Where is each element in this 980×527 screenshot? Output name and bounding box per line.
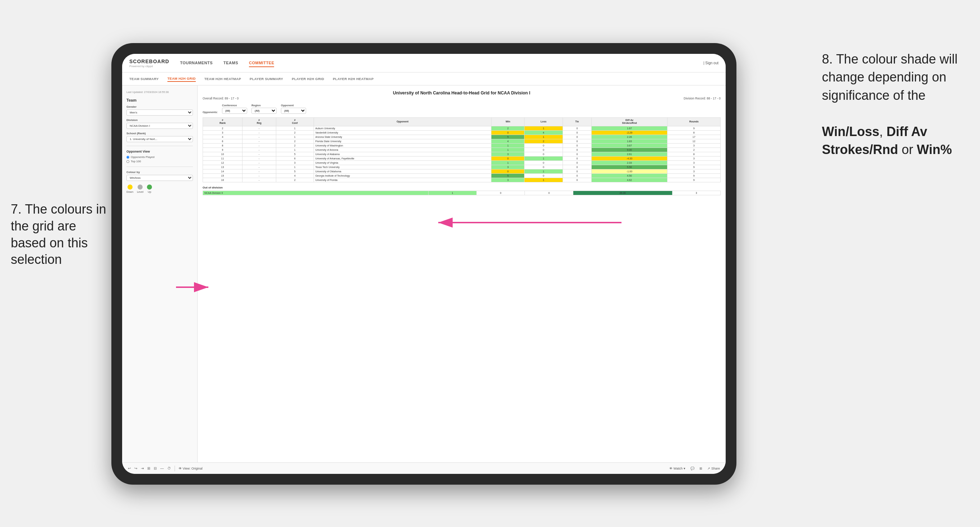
division-select[interactable]: NCAA Division I xyxy=(126,123,193,129)
rank: 11 xyxy=(203,156,242,160)
tablet-screen: SCOREBOARD Powered by clippd TOURNAMENTS… xyxy=(122,54,725,474)
rounds: 8 xyxy=(667,130,721,135)
opponent-view-group: Opponents Played Top 100 xyxy=(126,156,193,163)
conf: 1 xyxy=(276,165,313,169)
nav-teams[interactable]: TEAMS xyxy=(223,59,238,67)
nav-tournaments[interactable]: TOURNAMENTS xyxy=(180,59,213,67)
down-dot xyxy=(127,184,132,190)
out-of-division-table: NCAA Division II 1 0 0 26.00 3 xyxy=(203,190,721,195)
opponent-name: Vanderbilt University xyxy=(313,130,492,135)
forward-icon[interactable]: ⇥ xyxy=(141,466,144,470)
toolbar-view-label[interactable]: 👁 View: Original xyxy=(178,467,203,470)
sidebar-divider-1 xyxy=(126,146,193,146)
tab-team-h2h-heatmap[interactable]: TEAM H2H HEATMAP xyxy=(204,76,241,81)
nav-committee[interactable]: COMMITTEE xyxy=(249,59,274,67)
table-row: 11 - 6 University of Arkansas, Fayettevi… xyxy=(203,156,721,160)
table-row: 9 - 1 University of Arizona 1 0 0 9.00 2 xyxy=(203,148,721,152)
reg: - xyxy=(242,139,276,143)
level-label: Level xyxy=(137,190,143,194)
sidebar-school-label: School (Rank) xyxy=(126,132,193,135)
radio-opponents-played[interactable]: Opponents Played xyxy=(126,156,193,159)
paste-icon[interactable]: ⊟ xyxy=(154,466,157,470)
diff: -4.33 xyxy=(591,156,667,160)
rank: 10 xyxy=(203,152,242,156)
win: 4 xyxy=(492,139,525,143)
region-filter: Region (All) xyxy=(251,104,277,114)
comment-button[interactable]: 💬 xyxy=(690,467,694,470)
colour-by-label: Colour by xyxy=(126,170,193,174)
rounds: 3 xyxy=(667,160,721,165)
school-select[interactable]: 1. University of Nort... xyxy=(126,136,193,142)
annotation-bold-winpct: Win% xyxy=(917,142,952,157)
th-rounds: Rounds xyxy=(667,118,721,126)
table-row: 10 - 5 University of Alabama 3 0 0 2.61 … xyxy=(203,152,721,156)
diff: 3.67 xyxy=(591,143,667,148)
grid-button[interactable]: ⊞ xyxy=(700,467,702,470)
tie: 0 xyxy=(563,169,591,173)
radio-top100[interactable]: Top 100 xyxy=(126,160,193,163)
conf: 6 xyxy=(276,156,313,160)
tie: 0 xyxy=(563,126,591,130)
reg: - xyxy=(242,178,276,182)
win: 0 xyxy=(492,169,525,173)
sidebar-team-title: Team xyxy=(126,98,193,102)
colour-by-select[interactable]: Win/loss xyxy=(126,175,193,181)
sidebar-gender-label: Gender xyxy=(126,105,193,108)
tab-player-h2h-heatmap[interactable]: PLAYER H2H HEATMAP xyxy=(332,76,374,81)
region-select[interactable]: (All) xyxy=(251,108,277,114)
tablet-frame: SCOREBOARD Powered by clippd TOURNAMENTS… xyxy=(111,43,737,485)
reg: - xyxy=(242,143,276,148)
down-label: Down xyxy=(126,190,133,194)
toolbar-right: 👁 Watch ▾ 💬 ⊞ ↗ Share xyxy=(669,467,720,470)
loss: 0 xyxy=(525,173,563,178)
tie: 0 xyxy=(563,148,591,152)
tie: 0 xyxy=(563,139,591,143)
out-of-division-header: Out of division xyxy=(203,186,721,189)
rank-2: 2 xyxy=(203,126,242,130)
out-div-win: 1 xyxy=(428,190,476,195)
tab-team-h2h-grid[interactable]: TEAM H2H GRID xyxy=(167,76,196,82)
gender-select[interactable]: Men's xyxy=(126,110,193,116)
redo-icon[interactable]: ↪ xyxy=(134,466,137,470)
sign-out-link[interactable]: | Sign out xyxy=(703,61,719,65)
undo-icon[interactable]: ↩ xyxy=(128,466,131,470)
tab-player-summary[interactable]: PLAYER SUMMARY xyxy=(250,76,283,81)
top-nav: SCOREBOARD Powered by clippd TOURNAMENTS… xyxy=(122,54,725,73)
copy-icon[interactable]: ⊞ xyxy=(147,466,150,470)
diff: 2.28 xyxy=(591,135,667,139)
th-reg: #Reg xyxy=(242,118,276,126)
opponent-select[interactable]: (All) xyxy=(281,108,306,114)
tab-player-h2h-grid[interactable]: PLAYER H2H GRID xyxy=(292,76,324,81)
rounds: 9 xyxy=(667,173,721,178)
share-button[interactable]: ↗ Share xyxy=(707,467,720,470)
tab-team-summary[interactable]: TEAM SUMMARY xyxy=(129,76,159,81)
win: 3 xyxy=(492,152,525,156)
watch-button[interactable]: 👁 Watch ▾ xyxy=(669,467,686,470)
rank: 3 xyxy=(203,130,242,135)
rank: 6 xyxy=(203,139,242,143)
conference-select[interactable]: (All) xyxy=(222,108,247,114)
rounds: 9 xyxy=(667,165,721,169)
opponent-name: University of Oklahoma xyxy=(313,169,492,173)
out-div-tie: 0 xyxy=(525,190,573,195)
th-loss: Loss xyxy=(525,118,563,126)
diff: 5.56 xyxy=(591,165,667,169)
opponent-filter: Opponent (All) xyxy=(281,104,306,114)
opponent-name: University of Alabama xyxy=(313,152,492,156)
opponent-name: University of Florida xyxy=(313,178,492,182)
up-label: Up xyxy=(148,190,151,194)
table-row: 2 - 1 Auburn University 2 1 0 1.67 9 xyxy=(203,126,721,130)
logo-text: SCOREBOARD xyxy=(129,59,169,64)
win: 2 xyxy=(492,126,525,130)
conference-filter: Conference (All) xyxy=(222,104,247,114)
loss: 1 xyxy=(525,169,563,173)
clock-icon[interactable]: ⏱ xyxy=(167,466,171,470)
rank: 12 xyxy=(203,160,242,165)
opponent-view-title: Opponent View xyxy=(126,150,193,153)
rank: 4 xyxy=(203,135,242,139)
tie: 0 xyxy=(563,165,591,169)
opponent-name: Texas Tech University xyxy=(313,165,492,169)
out-div-name: NCAA Division II xyxy=(203,190,429,195)
diff: -2.29 xyxy=(591,130,667,135)
up-dot xyxy=(147,184,152,190)
